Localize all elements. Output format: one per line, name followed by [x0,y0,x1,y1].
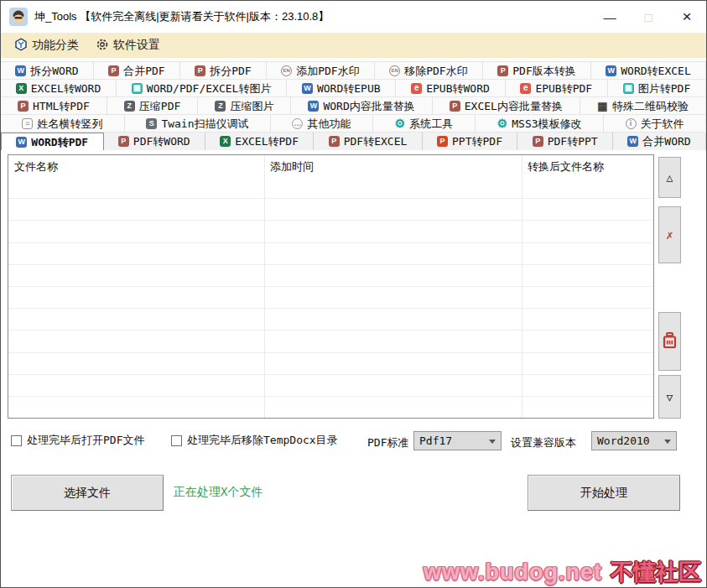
app-icon [9,8,28,26]
tab-3-2[interactable]: Z压缩PDF [107,97,199,115]
open-pdf-after-option: 处理完毕后打开PDF文件 [11,433,144,448]
tab-label: 添加PDF水印 [296,65,359,76]
pdf-icon: P [533,136,543,147]
tab-4-4[interactable]: ⚙系统工具 [373,115,476,133]
tab-3-6[interactable]: ▦特殊二维码校验 [580,97,706,115]
select-files-button[interactable]: 选择文件 [11,475,164,511]
tab-label: 压缩PDF [139,101,180,112]
chevron-down-icon [664,440,671,444]
clear-brush-icon [662,331,678,352]
pdf-standard-select[interactable]: Pdf17 [413,431,502,450]
more-circle-icon: … [292,118,303,129]
tab-label: 图片转PDF [638,83,690,94]
word-icon: W [308,101,319,112]
file-table-body [8,177,653,418]
checkbox-label: 处理完毕后移除TempDocx目录 [187,433,338,448]
tab-1-3[interactable]: P拆分PDF [180,62,267,80]
watermark-en-icon: EN [281,65,292,76]
move-up-button[interactable]: △ [658,157,681,198]
triangle-up-icon: △ [667,171,673,184]
tab-4-5[interactable]: ⚙MSS3模板修改 [476,115,604,133]
menu-item-label: 软件设置 [113,38,160,53]
tab-5-2[interactable]: PPDF转WORD [104,133,206,151]
tab-5-6[interactable]: PPDF转PPT [517,133,613,151]
window-title: 坤_Tools 【软件完全离线|更新请看关于软件|版本：23.10.8】 [34,9,329,24]
excel-icon: X [16,83,27,94]
tab-label: WORD内容批量替换 [323,101,414,112]
move-down-button[interactable]: ▽ [658,375,681,419]
tab-2-1[interactable]: XEXCEL转WORD [1,80,117,97]
start-processing-button[interactable]: 开始处理 [528,475,680,511]
tab-1-4[interactable]: EN添加PDF水印 [267,62,375,80]
tab-3-5[interactable]: PEXCEL内容批量替换 [433,97,580,115]
word-icon: W [302,83,313,94]
table-row [8,287,653,309]
word-icon: W [606,65,616,76]
tab-3-3[interactable]: Z压缩图片 [198,97,291,115]
tab-2-4[interactable]: eEPUB转WORD [396,80,505,97]
minimize-button[interactable]: — [590,1,629,33]
category-hexagon-icon [14,38,28,54]
tab-5-4[interactable]: PPDF转EXCEL [314,133,422,151]
compress-icon: Z [124,101,135,112]
tab-row: W拆分WORDP合并PDFP拆分PDFEN添加PDF水印EN移除PDF水印PPD… [1,62,706,80]
maximize-button[interactable]: □ [629,1,668,33]
tab-2-3[interactable]: WWORD转EPUB [287,80,396,97]
tab-5-1[interactable]: WWORD转PDF [1,133,104,151]
pdf-icon: P [329,136,340,147]
menu-item-categories[interactable]: 功能分类 [8,35,86,56]
tab-5-7[interactable]: W合并WORD [613,133,706,151]
remove-tempdocx-checkbox[interactable] [171,435,182,446]
pdf-icon: P [497,65,508,76]
tab-2-5[interactable]: eEPUB转PDF [506,80,608,97]
tab-label: PPT转PDF [452,136,502,147]
table-row [8,375,653,397]
tab-1-7[interactable]: WWORD转EXCEL [591,62,706,80]
tab-5-3[interactable]: XEXCEL转PDF [205,133,314,151]
table-row [8,353,653,375]
watermark-en-icon: EN [389,65,400,76]
tab-label: 特殊二维码校验 [612,101,689,112]
tab-label: EXCEL内容批量替换 [465,101,563,112]
file-table-header: 文件名称 添加时间 转换后文件名称 [8,155,653,177]
clear-list-button[interactable] [658,312,681,371]
tab-1-2[interactable]: P合并PDF [94,62,180,80]
remove-file-button[interactable]: ✗ [658,206,681,263]
processing-status-text: 正在处理X个文件 [174,485,263,500]
table-row [8,397,653,418]
column-header-addtime[interactable]: 添加时间 [264,155,522,177]
column-header-filename[interactable]: 文件名称 [8,155,264,177]
image-icon: ▣ [623,83,634,94]
tab-2-6[interactable]: ▣图片转PDF [608,80,706,97]
tab-2-2[interactable]: ▣WORD/PDF/EXCEL转图片 [117,80,287,97]
tab-4-6[interactable]: i关于软件 [604,115,706,133]
triangle-down-icon: ▽ [667,391,673,403]
tab-3-1[interactable]: PHTML转PDF [1,97,107,115]
tab-label: PDF转EXCEL [344,136,408,147]
tab-label: Twain扫描仪调试 [161,118,248,129]
open-pdf-after-checkbox[interactable] [11,435,22,446]
table-row [8,199,653,221]
epub-icon: e [520,83,531,94]
tab-4-3[interactable]: …其他功能 [271,115,373,133]
tab-label: 拆分WORD [30,65,78,76]
tab-1-5[interactable]: EN移除PDF水印 [375,62,483,80]
tab-label: 系统工具 [409,118,453,129]
compat-version-select[interactable]: Word2010 [591,431,677,450]
tab-4-2[interactable]: STwain扫描仪调试 [125,115,271,133]
menu-bar: 功能分类 软件设置 [1,33,706,58]
menu-item-settings[interactable]: 软件设置 [89,35,167,56]
word-icon: W [16,137,27,148]
settings-gear-icon [96,38,109,54]
tab-label: 合并WORD [642,136,690,147]
ppt-icon: P [437,136,448,147]
checkbox-label: 处理完毕后打开PDF文件 [27,433,144,448]
tab-1-1[interactable]: W拆分WORD [1,62,94,80]
tab-5-5[interactable]: PPPT转PDF [423,133,518,151]
close-button[interactable]: × [668,1,706,33]
tab-4-1[interactable]: ≡姓名横转竖列 [1,115,125,133]
tab-1-6[interactable]: PPDF版本转换 [483,62,591,80]
column-header-outputname[interactable]: 转换后文件名称 [522,155,653,177]
tab-3-4[interactable]: WWORD内容批量替换 [291,97,432,115]
pdf-standard-value: Pdf17 [419,434,452,447]
